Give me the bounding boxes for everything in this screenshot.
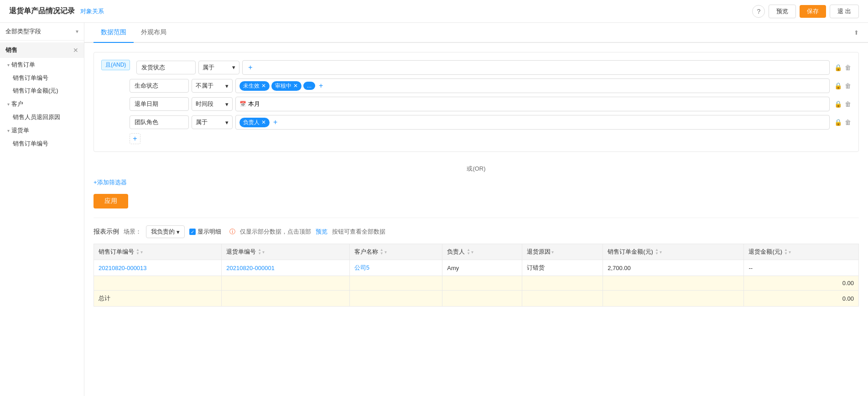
sidebar-header[interactable]: 全部类型字段 ▾ (0, 23, 84, 41)
tag-owner: 负责人 ✕ (239, 118, 270, 127)
filter-value-add-life-icon[interactable]: + (319, 82, 323, 90)
table-row: 20210820-000013 20210820-000001 公司5 Amy … (94, 260, 859, 276)
sort-desc-sales-amount-icon[interactable]: ▼ (655, 252, 659, 255)
sidebar-section-close-icon[interactable]: ✕ (73, 47, 78, 54)
col-dropdown-customer-icon[interactable]: ▾ (385, 250, 387, 255)
sidebar-group-return-arrow-icon: ▾ (7, 128, 10, 133)
subtotal-cell-3 (349, 276, 442, 291)
sort-icons-sales-amount[interactable]: ▲ ▼ (655, 248, 659, 255)
sort-desc-return-amount-icon[interactable]: ▼ (784, 252, 788, 255)
cell-sales-order-no[interactable]: 20210820-000013 (94, 260, 222, 276)
tab-data-range[interactable]: 数据范围 (94, 23, 134, 42)
tag-close-not-effective-icon[interactable]: ✕ (261, 83, 266, 89)
subtotal-cell-4 (442, 276, 522, 291)
sidebar-item-sales-order-no[interactable]: 销售订单编号 (0, 72, 84, 84)
sidebar-arrow-icon: ▾ (76, 28, 78, 35)
preview-button[interactable]: 预览 (769, 5, 796, 18)
filter-value-area-return-date[interactable]: 📅 本月 (235, 97, 830, 111)
sidebar: 全部类型字段 ▾ 销售 ✕ ▾ 销售订单 销售订单编号 销售订单金额(元) (0, 23, 84, 396)
filter-delete-shipping-icon[interactable]: 🗑 (845, 64, 851, 71)
table-header-row: 销售订单编号 ▲ ▼ ▾ 退货单编号 (94, 244, 859, 260)
scene-select[interactable]: 我负责的 ▾ (146, 225, 185, 238)
filter-value-area-shipping[interactable]: + (242, 60, 830, 75)
filter-value-add-shipping-icon[interactable]: + (248, 63, 252, 72)
sort-icons-return-amount[interactable]: ▲ ▼ (784, 248, 788, 255)
apply-button[interactable]: 应用 (94, 194, 128, 208)
cell-customer[interactable]: 公司5 (349, 260, 442, 276)
header-subtitle[interactable]: 对象关系 (80, 7, 104, 16)
tab-collapse-icon[interactable]: ⬆ (854, 29, 859, 36)
filter-operator-return-date[interactable]: 时间段 ▾ (192, 97, 233, 111)
filter-operator-shipping[interactable]: 属于 ▾ (198, 61, 239, 74)
filter-value-area-life-status[interactable]: 未生效 ✕ 审核中 ✕ ... + (235, 78, 830, 93)
sidebar-item-sales-amount[interactable]: 销售订单金额(元) (0, 84, 84, 97)
sort-icons-owner[interactable]: ▲ ▼ (467, 248, 470, 255)
sidebar-group-header-customer[interactable]: ▾ 客户 (0, 97, 84, 111)
sort-icons-sales-order[interactable]: ▲ ▼ (136, 248, 140, 255)
col-dropdown-return-order-icon[interactable]: ▾ (262, 250, 265, 255)
filter-delete-team-icon[interactable]: 🗑 (845, 119, 851, 126)
header-left: 退货单产品情况记录 对象关系 (9, 6, 104, 16)
th-return-order-no: 退货单编号 ▲ ▼ ▾ (222, 244, 349, 260)
cell-return-order-no[interactable]: 20210820-000001 (222, 260, 349, 276)
filter-add-row: + (130, 133, 851, 144)
col-dropdown-sales-order-icon[interactable]: ▾ (140, 250, 143, 255)
filter-lock-shipping-icon[interactable]: 🔒 (834, 64, 842, 71)
filter-value-area-team-role[interactable]: 负责人 ✕ + (235, 115, 830, 130)
sidebar-group-header-return-order[interactable]: ▾ 退货单 (0, 124, 84, 137)
tab-layout[interactable]: 外观布局 (134, 23, 174, 42)
col-dropdown-return-reason-icon[interactable]: ▾ (551, 250, 554, 255)
subtotal-cell-2 (222, 276, 349, 291)
or-divider[interactable]: 或(OR) (94, 159, 859, 178)
filter-delete-life-icon[interactable]: 🗑 (845, 82, 851, 89)
sort-icons-return-order[interactable]: ▲ ▼ (258, 248, 261, 255)
filter-lock-team-icon[interactable]: 🔒 (834, 119, 842, 126)
show-detail-checkbox[interactable]: ✓ (189, 229, 196, 235)
sidebar-group-label-return-order: 退货单 (11, 126, 29, 135)
filter-row-life-status: 生命状态 不属于 ▾ 未生效 ✕ 审核中 ✕ ... + 🔒 🗑 (130, 78, 851, 93)
subtotal-cell-5 (522, 276, 603, 291)
subtotal-row: 0.00 (94, 276, 859, 291)
tag-reviewing: 审核中 ✕ (271, 81, 301, 91)
filter-delete-date-icon[interactable]: 🗑 (845, 100, 851, 108)
col-dropdown-sales-amount-icon[interactable]: ▾ (660, 250, 662, 255)
sort-desc-return-icon[interactable]: ▼ (258, 252, 261, 255)
sort-icons-customer[interactable]: ▲ ▼ (380, 248, 384, 255)
add-filter-link[interactable]: +添加筛选器 (94, 178, 127, 187)
sidebar-group-label-customer: 客户 (11, 100, 23, 108)
tag-close-reviewing-icon[interactable]: ✕ (293, 83, 298, 89)
sidebar-item-return-sales-order-no[interactable]: 销售订单编号 (0, 137, 84, 150)
show-detail-checkbox-area: ✓ 显示明细 (189, 228, 221, 236)
quit-button[interactable]: 退 出 (830, 5, 859, 18)
filter-add-condition-icon[interactable]: + (130, 133, 140, 144)
help-button[interactable]: ? (752, 5, 765, 18)
filter-value-add-team-icon[interactable]: + (273, 118, 277, 126)
filter-lock-life-icon[interactable]: 🔒 (834, 82, 842, 89)
subtotal-value: 0.00 (744, 276, 859, 291)
th-return-reason: 退货原因 ▾ (522, 244, 603, 260)
sort-desc-icon[interactable]: ▼ (136, 252, 140, 255)
total-label: 总计 (94, 291, 222, 307)
save-button[interactable]: 保存 (800, 5, 826, 18)
col-dropdown-return-amount-icon[interactable]: ▾ (789, 250, 791, 255)
filter-operator-life-status[interactable]: 不属于 ▾ (192, 79, 233, 93)
cell-return-reason: 订错货 (522, 260, 603, 276)
subtotal-cell-6 (603, 276, 744, 291)
sidebar-section-header-sales[interactable]: 销售 ✕ (0, 42, 84, 58)
filter-row-shipping-status: 且(AND) 发货状态 属于 ▾ + 🔒 🗑 (101, 60, 851, 75)
sidebar-item-sales-return-reason[interactable]: 销售人员退回原因 (0, 111, 84, 124)
total-cell-4 (442, 291, 522, 307)
col-dropdown-owner-icon[interactable]: ▾ (471, 250, 473, 255)
filter-row-return-date: 退单日期 时间段 ▾ 📅 本月 🔒 🗑 (130, 97, 851, 111)
filter-lock-date-icon[interactable]: 🔒 (834, 100, 842, 108)
total-cell-5 (522, 291, 603, 307)
filter-field-team-role: 团队角色 (130, 115, 189, 129)
sort-desc-customer-icon[interactable]: ▼ (380, 252, 384, 255)
report-preview-link[interactable]: 预览 (316, 228, 327, 236)
tag-close-owner-icon[interactable]: ✕ (261, 119, 266, 125)
sort-desc-owner-icon[interactable]: ▼ (467, 252, 470, 255)
sidebar-group-header-sales-order[interactable]: ▾ 销售订单 (0, 58, 84, 72)
total-cell-6 (603, 291, 744, 307)
filter-operator-team-role[interactable]: 属于 ▾ (192, 115, 233, 129)
filter-and-badge[interactable]: 且(AND) (101, 60, 130, 70)
